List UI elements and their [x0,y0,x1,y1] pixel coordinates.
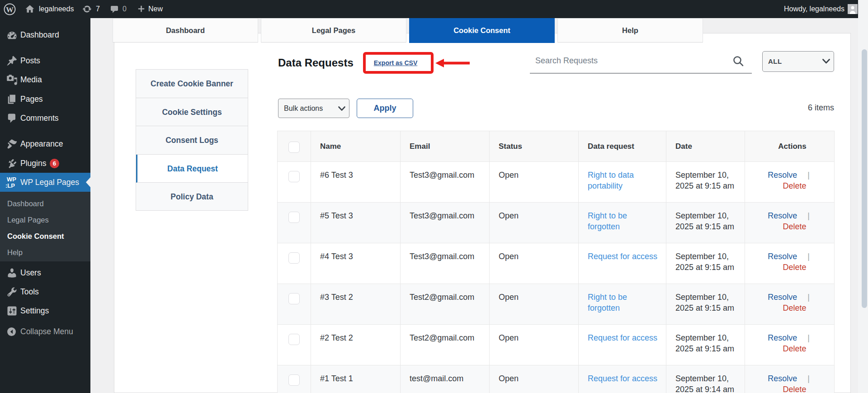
svg-text::LP: :LP [5,182,15,189]
svg-text:W: W [6,5,14,14]
svg-text:WP: WP [7,176,16,183]
